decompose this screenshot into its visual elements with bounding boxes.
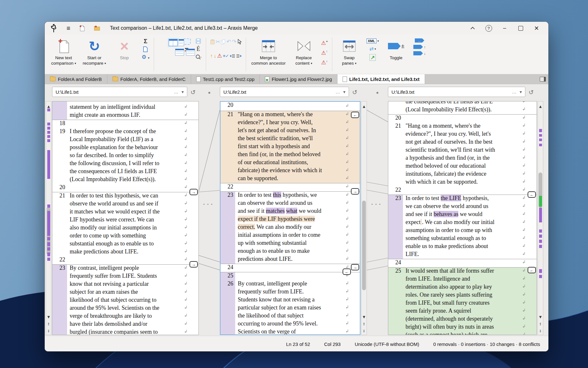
swap-panes-button[interactable]: Swappanes ▾ bbox=[334, 36, 364, 73]
scroll-up-icon[interactable]: ▲ bbox=[361, 105, 367, 108]
merge-common-ancestor-button[interactable]: Merge tocommon ancestor bbox=[248, 36, 289, 73]
scroll-up-icon[interactable]: ▲ bbox=[538, 105, 543, 108]
new-folder-icon[interactable] bbox=[94, 26, 102, 31]
new-document-icon[interactable] bbox=[79, 25, 87, 31]
text-pane-3[interactable]: the consequences of LI fields as LIFE↲(L… bbox=[388, 101, 537, 335]
merge-left-button[interactable]: ← bbox=[351, 112, 359, 118]
scroll-up-icon[interactable]: ▲ bbox=[46, 105, 51, 108]
export-icon[interactable]: ↗ bbox=[369, 54, 375, 61]
add-conflict-icon[interactable]: ⚠+ bbox=[321, 38, 328, 46]
save-icon[interactable] bbox=[196, 38, 201, 44]
tab-life1-txt-life2-txt-and-life3-txt[interactable]: Life1.txt, Life2.txt, and Life3.txt bbox=[337, 74, 425, 84]
tab-test1-cpp-and-test2-cpp[interactable]: Test1.cpp and Test2.cpp bbox=[191, 74, 260, 84]
replace-content-button[interactable]: Replacecontent ▾ bbox=[289, 36, 319, 73]
history-icon[interactable]: ↺ bbox=[529, 89, 534, 96]
first-change-icon[interactable]: ↥ bbox=[361, 322, 367, 326]
sync-icon[interactable]: ⇄ bbox=[369, 46, 374, 52]
next-conflict-icon[interactable]: ⚠ bbox=[217, 53, 222, 59]
unindent-icon[interactable] bbox=[230, 54, 235, 58]
bookmark-up-icon[interactable] bbox=[413, 45, 423, 49]
tab-flower1-jpg-and-flower2-jpg[interactable]: Flower1.jpg and Flower2.jpg bbox=[260, 74, 337, 84]
browse-icon[interactable]: … bbox=[512, 89, 516, 94]
accept-changes-icon[interactable]: ≡✓ bbox=[223, 53, 229, 58]
layout-grid[interactable] bbox=[175, 49, 184, 56]
line-number-gutter: 23 bbox=[220, 192, 235, 264]
layout-stacked[interactable] bbox=[186, 49, 195, 56]
merge-right-button[interactable]: → bbox=[351, 264, 359, 270]
paste-icon[interactable] bbox=[210, 39, 215, 44]
scroll-down-icon[interactable]: ▼ bbox=[46, 315, 51, 319]
splitter-handle-right[interactable]: • • • bbox=[371, 202, 381, 207]
tab-foldera-and-folderb[interactable]: FolderA and FolderB bbox=[45, 74, 107, 84]
history-icon[interactable]: ↺ bbox=[190, 89, 196, 96]
merge-right-button[interactable]: → bbox=[190, 261, 198, 268]
dropdown-icon[interactable]: ▾ bbox=[520, 89, 522, 94]
menu-icon[interactable]: ≡ bbox=[65, 25, 72, 32]
scrollbar-middle[interactable]: ▲▼↥↧ bbox=[361, 101, 367, 335]
file-path-box-3[interactable]: U:\Life3.txt … ▾ bbox=[388, 87, 525, 97]
line-break-marker-icon: ↲ bbox=[345, 135, 349, 140]
scrollbar-thumb[interactable] bbox=[362, 201, 366, 290]
text-row: burgled (insurance companies seem to↲ bbox=[70, 329, 198, 335]
prev-conflict-nav-icon[interactable]: ⚠↑ bbox=[321, 48, 328, 56]
file-path-box-1[interactable]: U:\Life1.txt … ▾ bbox=[52, 87, 187, 97]
gear-icon[interactable]: ⚙ ▾ bbox=[142, 54, 150, 61]
stop-button[interactable]: × Stop bbox=[109, 36, 139, 73]
merge-left-button[interactable]: ← bbox=[528, 191, 536, 198]
text-pane-2[interactable]: 20↲21"Hang on a moment, where's the↲evid… bbox=[220, 101, 360, 335]
history-icon[interactable]: ↺ bbox=[352, 89, 357, 96]
layout-three-columns[interactable] bbox=[169, 39, 178, 46]
first-change-icon[interactable]: ↥ bbox=[538, 322, 543, 326]
text-row: so far described. In order to simplify↲ bbox=[70, 152, 198, 160]
toggle-bookmark-button[interactable]: ± Toggle bbox=[381, 36, 411, 73]
overview-strip-right[interactable]: ▲▼↥↧ bbox=[538, 101, 543, 335]
browse-icon[interactable]: … bbox=[174, 89, 178, 94]
scroll-down-icon[interactable]: ▼ bbox=[538, 315, 543, 319]
text-row: can be supported.↲ bbox=[238, 175, 360, 183]
splitter-handle-left[interactable]: • • • bbox=[203, 202, 213, 207]
indent-icon[interactable] bbox=[236, 54, 242, 58]
report-icon[interactable] bbox=[143, 46, 148, 52]
text-pane-1[interactable]: ↲statement by an intelligent individual↲… bbox=[52, 101, 199, 335]
dropdown-icon[interactable]: ▾ bbox=[182, 89, 184, 94]
scroll-down-icon[interactable]: ▼ bbox=[361, 315, 367, 319]
overview-strip-left[interactable]: ▲▼↥↧ bbox=[46, 101, 51, 335]
merge-left-button[interactable]: ← bbox=[343, 268, 351, 275]
start-recompare-button[interactable]: ↻ Start orrecompare ▾ bbox=[79, 36, 109, 73]
bookmark-list-icon[interactable]: … bbox=[415, 38, 424, 43]
text-row: seem fairly prone. A squirrel↲ bbox=[406, 308, 537, 316]
new-comparison-button[interactable]: New textcomparison ▾ bbox=[48, 36, 79, 73]
sigma-icon[interactable]: Σ bbox=[144, 38, 147, 44]
change-mark bbox=[47, 139, 50, 142]
minimize-button[interactable]: – bbox=[499, 23, 510, 33]
bookmark-down-icon[interactable] bbox=[413, 51, 423, 55]
tab-foldera-folderb-and-folderc[interactable]: FolderA, FolderB, and FolderC bbox=[107, 74, 191, 84]
xml-icon[interactable]: XML bbox=[367, 38, 376, 44]
copy-icon[interactable] bbox=[221, 39, 225, 44]
close-button[interactable]: × bbox=[531, 23, 542, 33]
last-change-icon[interactable]: ↧ bbox=[361, 329, 367, 333]
panel-toggle-icon[interactable] bbox=[540, 77, 546, 82]
next-change-icon[interactable]: ↓ bbox=[214, 53, 216, 59]
last-change-icon[interactable]: ↧ bbox=[46, 329, 51, 333]
prev-change-icon[interactable]: ↑ bbox=[210, 53, 213, 59]
pointer-icon[interactable] bbox=[237, 39, 242, 44]
cut-icon[interactable]: ✂ bbox=[216, 39, 220, 45]
merge-left-button[interactable]: ← bbox=[528, 267, 536, 273]
redo-icon[interactable]: ↷ bbox=[232, 38, 236, 45]
file-path-box-2[interactable]: U:\Life2.txt … ▾ bbox=[220, 87, 349, 97]
next-conflict-nav-icon[interactable]: ⚠↓ bbox=[321, 58, 328, 66]
merge-right-button[interactable]: → bbox=[190, 189, 198, 195]
help-icon[interactable]: ? bbox=[483, 23, 494, 33]
browse-icon[interactable]: … bbox=[336, 89, 340, 94]
line-break-marker-icon: ↲ bbox=[184, 281, 188, 286]
maximize-button[interactable] bbox=[515, 23, 526, 33]
dropdown-icon[interactable]: ▾ bbox=[343, 89, 345, 94]
merge-right-button[interactable]: → bbox=[351, 188, 359, 195]
first-change-icon[interactable]: ↥ bbox=[46, 322, 51, 326]
collapse-ribbon-icon[interactable] bbox=[467, 23, 478, 33]
undo-icon[interactable]: ↶ bbox=[226, 38, 231, 45]
change-mark bbox=[539, 134, 542, 137]
encoding-icon[interactable]: É bbox=[197, 46, 200, 52]
last-change-icon[interactable]: ↧ bbox=[538, 329, 543, 333]
